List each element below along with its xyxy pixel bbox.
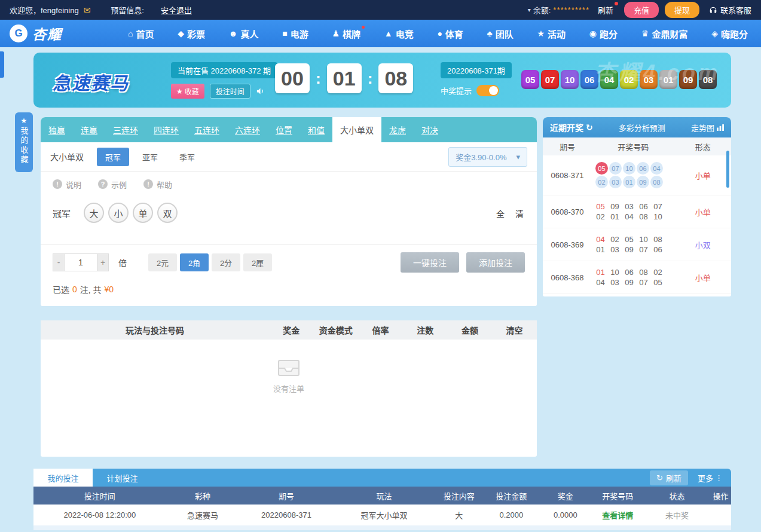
draw-ball-10: 10 xyxy=(623,162,635,175)
nav-item-home[interactable]: ⌂首页 xyxy=(128,27,154,40)
quick-bet-button[interactable]: 一键投注 xyxy=(401,252,459,273)
multiplier-plus-button[interactable]: + xyxy=(97,253,109,271)
nav-items: ⌂首页◆彩票☻真人■电游♟棋牌▲电竞●体育♣团队★活动◉跑分♛金鼎财富◈嗨跑分 xyxy=(128,27,751,40)
play-tab-six-chain[interactable]: 六连环 xyxy=(227,117,268,142)
brand-name: 杏耀 xyxy=(32,23,62,44)
bottom-tab-plan-bets[interactable]: 计划投注 xyxy=(93,469,152,487)
refresh-balance-link[interactable]: 刷新 xyxy=(598,4,613,16)
sound-icon[interactable] xyxy=(256,87,265,96)
nav-item-sports[interactable]: ●体育 xyxy=(437,27,463,40)
nav-item-label: 活动 xyxy=(548,27,566,40)
play-tab-position[interactable]: 位置 xyxy=(268,117,300,142)
play-tab-label: 连赢 xyxy=(81,124,97,136)
sidebar-tab-label: 多彩分析预测 xyxy=(619,122,665,133)
more-button[interactable]: 更多 ⋮ xyxy=(698,472,723,484)
favorite-button[interactable]: ★ 收藏 xyxy=(171,84,204,99)
denomination-2-yuan[interactable]: 2元 xyxy=(148,253,177,271)
bet-option-small[interactable]: 小 xyxy=(108,203,129,223)
bet-time-button[interactable]: 投注时间 xyxy=(210,84,250,99)
draw-num-06: 06 xyxy=(624,268,634,277)
hint-instructions[interactable]: !说明 xyxy=(53,179,81,190)
refresh-icon: ↻ xyxy=(656,473,663,482)
play-tab-sum[interactable]: 和值 xyxy=(300,117,332,142)
sidebar-tab-analysis-forecast[interactable]: 多彩分析预测 xyxy=(619,122,665,133)
play-tab-duel[interactable]: 对决 xyxy=(414,117,446,142)
nav-item-label: 真人 xyxy=(240,27,258,40)
result-ball-08: 08 xyxy=(699,70,717,89)
nav-item-activity[interactable]: ★活动 xyxy=(537,27,566,40)
refresh-icon: ↻ xyxy=(586,123,593,132)
denomination-2-li[interactable]: 2厘 xyxy=(243,253,272,271)
select-all-link[interactable]: 全 xyxy=(496,207,505,219)
withdraw-button[interactable]: 提现 xyxy=(665,2,699,18)
nav-item-hi-paofen[interactable]: ◈嗨跑分 xyxy=(711,27,748,40)
logout-link[interactable]: 安全退出 xyxy=(161,4,192,16)
hint-label: 示例 xyxy=(111,179,127,190)
sidebar-columns: 期号开奖号码形态 xyxy=(543,137,731,155)
scrollbar-thumb[interactable] xyxy=(726,151,729,188)
draw-shape: 小单 xyxy=(674,170,731,181)
bet-option-big[interactable]: 大 xyxy=(84,203,104,223)
home-icon: ⌂ xyxy=(128,29,133,38)
slip-column-3: 倍率 xyxy=(358,324,403,336)
nav-item-esports[interactable]: ▲电竞 xyxy=(384,27,414,40)
nav-item-paofen[interactable]: ◉跑分 xyxy=(589,27,618,40)
result-ball-09: 09 xyxy=(679,70,697,89)
play-tab-three-chain[interactable]: 三连环 xyxy=(105,117,146,142)
nav-item-lottery[interactable]: ◆彩票 xyxy=(178,27,205,40)
hint-example[interactable]: ?示例 xyxy=(98,179,127,190)
draw-issue: 0608-370 xyxy=(543,207,592,216)
chess-icon: ♟ xyxy=(332,29,340,38)
sidebar-tab-recent-draws[interactable]: 近期开奖↻ xyxy=(550,121,593,133)
mail-icon[interactable]: ✉ xyxy=(84,5,91,15)
recharge-button[interactable]: 充值 xyxy=(624,2,659,18)
play-tab-dragon-tiger[interactable]: 龙虎 xyxy=(381,117,414,142)
add-bet-button[interactable]: 添加投注 xyxy=(466,252,525,273)
refresh-bets-button[interactable]: ↻ 刷新 xyxy=(650,470,688,485)
play-tab-solo-win[interactable]: 独赢 xyxy=(41,117,73,142)
collapsed-sidebar-handle[interactable] xyxy=(0,51,4,78)
bet-cell-play-type: 冠军大小单双 xyxy=(334,509,435,521)
play-tab-four-chain[interactable]: 四连环 xyxy=(146,117,187,142)
play-tab-five-chain[interactable]: 五连环 xyxy=(187,117,227,142)
rank-pills: 冠军亚军季军 xyxy=(97,148,208,166)
result-ball-04: 04 xyxy=(600,70,618,89)
balance-caret-icon[interactable]: ▾ xyxy=(528,7,531,13)
bonus-rate-select[interactable]: 奖金3.90-0.0% ▾ xyxy=(448,147,527,167)
hint-help[interactable]: !帮助 xyxy=(143,179,172,190)
result-ball-03: 03 xyxy=(640,70,658,89)
bet-option-even[interactable]: 双 xyxy=(157,203,178,223)
play-tab-big-small-odd-even[interactable]: 大小单双 xyxy=(332,117,381,142)
denomination-2-fen[interactable]: 2分 xyxy=(212,253,240,271)
rank-pill-champion[interactable]: 冠军 xyxy=(97,148,129,166)
gift-icon: ★ xyxy=(537,29,545,38)
win-tip-toggle[interactable] xyxy=(476,85,499,96)
bets-column-action: 操作 xyxy=(710,490,731,502)
bets-panel: 我的投注计划投注 ↻ 刷新 更多 ⋮ 投注时间彩种期号玩法投注内容投注金额奖金开… xyxy=(33,469,731,530)
bottom-tab-my-bets[interactable]: 我的投注 xyxy=(33,469,93,487)
brand-logo[interactable]: G 杏耀 xyxy=(10,23,62,44)
my-favorites-tab[interactable]: ★ 我的收藏 xyxy=(15,112,33,172)
play-tab-multi-win[interactable]: 连赢 xyxy=(73,117,105,142)
bet-option-odd[interactable]: 单 xyxy=(133,203,153,223)
play-tab-label: 独赢 xyxy=(48,124,65,136)
sidebar-tab-label: 走势图 xyxy=(691,122,714,133)
multiplier-input[interactable] xyxy=(65,253,97,271)
draw-ball-06: 06 xyxy=(637,162,649,175)
nav-item-label: 电游 xyxy=(291,27,308,40)
rank-pill-runner-up[interactable]: 亚军 xyxy=(134,148,166,166)
bet-cell-status: 未中奖 xyxy=(644,509,710,521)
nav-item-board-games[interactable]: ♟棋牌 xyxy=(332,27,360,40)
nav-item-e-games[interactable]: ■电游 xyxy=(282,27,308,40)
sidebar-tab-trend-chart[interactable]: 走势图 xyxy=(691,122,724,133)
nav-item-live-casino[interactable]: ☻真人 xyxy=(229,27,259,40)
multiplier-minus-button[interactable]: - xyxy=(53,253,65,271)
draw-row-0608-371: 0608-37105071006040203010908小单 xyxy=(543,155,731,195)
clear-link[interactable]: 清 xyxy=(515,207,524,219)
customer-service-link[interactable]: 联系客服 xyxy=(709,4,751,16)
nav-item-jinding-wealth[interactable]: ♛金鼎财富 xyxy=(641,27,688,40)
denomination-2-jiao[interactable]: 2角 xyxy=(180,253,209,271)
bet-cell-draw-numbers[interactable]: 查看详情 xyxy=(592,509,644,521)
nav-item-team[interactable]: ♣团队 xyxy=(487,27,514,40)
rank-pill-third-place[interactable]: 季军 xyxy=(171,148,203,166)
